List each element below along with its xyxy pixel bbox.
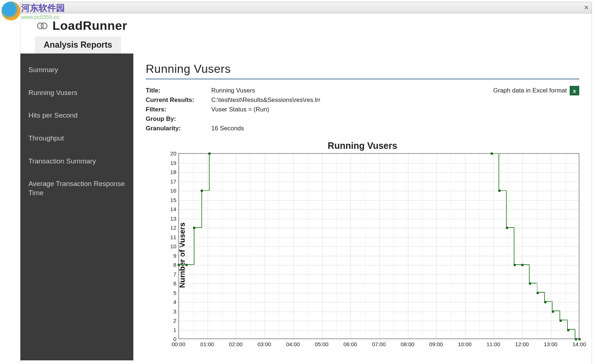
- sidebar-item-summary[interactable]: Summary: [20, 59, 133, 82]
- data-point: [506, 227, 508, 229]
- watermark-text: 河东软件园 www.pc0359.cn: [21, 2, 65, 20]
- meta-filters-val: Vuser Status = (Run): [211, 106, 579, 113]
- x-tick: 09:00: [429, 341, 443, 347]
- x-tick: 14:00: [572, 341, 586, 347]
- y-tick: 5: [173, 289, 176, 296]
- data-point: [193, 227, 195, 229]
- watermark-logo: [1, 1, 20, 20]
- close-icon[interactable]: ×: [584, 3, 589, 12]
- data-point: [185, 264, 188, 266]
- x-tick: 13:00: [544, 341, 558, 347]
- data-point: [537, 292, 539, 294]
- tab-analysis-reports[interactable]: Analysis Reports: [35, 36, 121, 54]
- x-tick: 00:00: [172, 341, 185, 347]
- x-tick: 01:00: [200, 341, 214, 347]
- y-tick: 18: [170, 169, 176, 175]
- sidebar-item-throughput[interactable]: Throughput: [20, 127, 133, 150]
- y-tick: 17: [170, 178, 176, 184]
- excel-link-label: Graph data in Excel format: [493, 87, 567, 94]
- data-point: [521, 264, 523, 266]
- watermark-url: www.pc0359.cn: [21, 14, 65, 20]
- data-point: [178, 264, 180, 266]
- y-tick: 12: [170, 225, 176, 231]
- loadrunner-icon: [36, 20, 48, 32]
- data-point: [552, 310, 554, 313]
- sidebar-item-hits-per-second[interactable]: Hits per Second: [20, 104, 133, 127]
- meta-gran-val: 16 Seconds: [211, 125, 579, 132]
- data-point: [560, 320, 562, 322]
- plot-area: [178, 153, 579, 339]
- y-tick: 9: [173, 252, 176, 258]
- main-panel: Running Vusers Graph data in Excel forma…: [133, 54, 592, 360]
- meta-results-val: C:\test\test\Results&Sessions\res\res.lr…: [211, 96, 579, 104]
- y-tick: 8: [173, 262, 176, 268]
- chart-box: Number of Vusers 01234567891011121314151…: [157, 153, 579, 357]
- tab-row: Analysis Reports: [20, 36, 592, 54]
- meta-results-label: Current Results:: [146, 96, 211, 104]
- sidebar-item-transaction-summary[interactable]: Transaction Summary: [20, 150, 133, 173]
- y-tick: 19: [170, 159, 176, 166]
- page-title: Running Vusers: [146, 62, 579, 78]
- y-tick: 2: [173, 317, 176, 324]
- brand-name: LoadRunner: [52, 19, 127, 33]
- watermark-brand: 河东软件园: [21, 2, 65, 14]
- data-point: [544, 301, 546, 303]
- title-rule: [146, 79, 579, 79]
- data-point: [208, 153, 211, 155]
- y-ticks: 01234567891011121314151617181920: [164, 153, 178, 339]
- x-tick: 08:00: [401, 341, 415, 347]
- meta-gran-label: Granularity:: [146, 125, 211, 132]
- x-ticks: 00:0001:0002:0003:0004:0005:0006:0007:00…: [178, 340, 579, 354]
- app-frame: LoadRunner Analysis Reports Summary Runn…: [20, 13, 592, 364]
- sidebar: Summary Running Vusers Hits per Second T…: [20, 54, 133, 360]
- x-tick: 06:00: [344, 341, 357, 347]
- y-tick: 13: [170, 215, 176, 221]
- brand-row: LoadRunner: [20, 13, 592, 36]
- x-tick: 04:00: [286, 341, 300, 347]
- sidebar-item-running-vusers[interactable]: Running Vusers: [20, 82, 133, 104]
- y-tick: 14: [170, 206, 176, 212]
- meta-groupby-label: Group By:: [146, 115, 211, 123]
- sidebar-item-avg-trans-response-time[interactable]: Average Transaction Response Time: [20, 173, 133, 204]
- content-row: Summary Running Vusers Hits per Second T…: [20, 54, 592, 360]
- data-point: [529, 282, 531, 285]
- x-tick: 10:00: [458, 341, 472, 347]
- chart-title: Running Vusers: [146, 141, 579, 151]
- y-tick: 6: [173, 280, 176, 286]
- x-tick: 03:00: [258, 341, 271, 347]
- y-tick: 7: [173, 271, 176, 277]
- data-point: [567, 329, 569, 331]
- data-point: [514, 264, 516, 266]
- window-titlebar: ×: [20, 2, 592, 13]
- data-point: [491, 153, 493, 155]
- excel-icon: x: [570, 86, 579, 95]
- x-axis-label: Elapsed scenario time mm:ss: [157, 359, 579, 360]
- excel-export-link[interactable]: Graph data in Excel format x: [493, 86, 579, 95]
- meta-filters-label: Filters:: [146, 106, 211, 113]
- x-tick: 05:00: [315, 341, 329, 347]
- y-tick: 20: [170, 150, 176, 157]
- y-tick: 10: [170, 243, 176, 249]
- y-tick: 3: [173, 308, 176, 314]
- y-tick: 16: [170, 187, 176, 194]
- y-tick: 11: [170, 234, 176, 240]
- data-point: [498, 190, 501, 192]
- x-tick: 11:00: [487, 341, 501, 347]
- meta-block: Graph data in Excel format x Title: Runn…: [146, 86, 579, 133]
- x-tick: 12:00: [515, 341, 529, 347]
- y-tick: 4: [173, 299, 176, 305]
- data-point: [201, 190, 203, 192]
- meta-groupby-val: [211, 115, 579, 123]
- svg-point-1: [41, 23, 47, 29]
- y-tick: 15: [170, 197, 176, 203]
- x-tick: 02:00: [229, 341, 243, 347]
- y-tick: 1: [173, 327, 176, 333]
- x-tick: 07:00: [372, 341, 386, 347]
- meta-title-label: Title:: [146, 87, 211, 94]
- chart-wrap: Running Vusers Number of Vusers 01234567…: [146, 141, 579, 360]
